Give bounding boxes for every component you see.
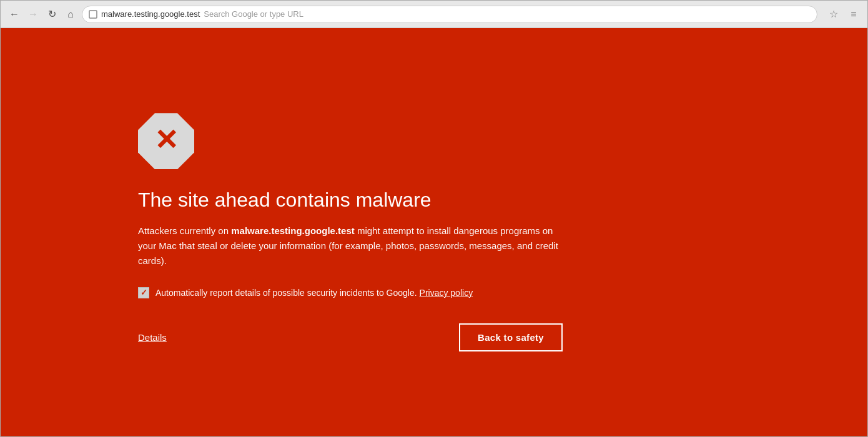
page-content: ✕ The site ahead contains malware Attack… bbox=[1, 28, 867, 436]
page-description: Attackers currently on malware.testing.g… bbox=[138, 223, 563, 268]
octagon-shape: ✕ bbox=[138, 113, 194, 169]
page-heading: The site ahead contains malware bbox=[138, 188, 432, 212]
details-link[interactable]: Details bbox=[138, 332, 167, 343]
favicon-icon bbox=[89, 10, 97, 19]
checkbox-label: Automatically report details of possible… bbox=[155, 288, 473, 298]
description-prefix: Attackers currently on bbox=[138, 225, 231, 236]
toolbar-right: ☆ ≡ bbox=[826, 7, 861, 22]
reload-button[interactable]: ↻ bbox=[44, 7, 59, 22]
report-checkbox[interactable]: ✓ bbox=[138, 287, 149, 298]
description-domain: malware.testing.google.test bbox=[231, 225, 355, 236]
svg-rect-0 bbox=[89, 11, 97, 18]
warning-icon: ✕ bbox=[138, 113, 194, 169]
privacy-policy-link[interactable]: Privacy policy bbox=[420, 288, 473, 298]
url-bar[interactable]: malware.testing.google.test Search Googl… bbox=[82, 6, 817, 23]
bottom-row: Details Back to safety bbox=[138, 323, 563, 351]
forward-button[interactable]: → bbox=[26, 7, 41, 22]
browser-toolbar: ← → ↻ ⌂ malware.testing.google.test Sear… bbox=[1, 1, 867, 28]
browser-window: ← → ↻ ⌂ malware.testing.google.test Sear… bbox=[0, 0, 868, 437]
menu-button[interactable]: ≡ bbox=[846, 7, 861, 22]
x-mark-icon: ✕ bbox=[154, 125, 179, 154]
url-text: malware.testing.google.test bbox=[101, 9, 200, 19]
url-placeholder: Search Google or type URL bbox=[204, 9, 303, 19]
back-to-safety-button[interactable]: Back to safety bbox=[459, 323, 563, 351]
checkbox-row: ✓ Automatically report details of possib… bbox=[138, 287, 473, 298]
checkbox-check-icon: ✓ bbox=[141, 288, 147, 297]
warning-icon-container: ✕ bbox=[138, 113, 194, 169]
back-button[interactable]: ← bbox=[7, 7, 22, 22]
bookmark-button[interactable]: ☆ bbox=[826, 7, 841, 22]
home-button[interactable]: ⌂ bbox=[63, 7, 78, 22]
